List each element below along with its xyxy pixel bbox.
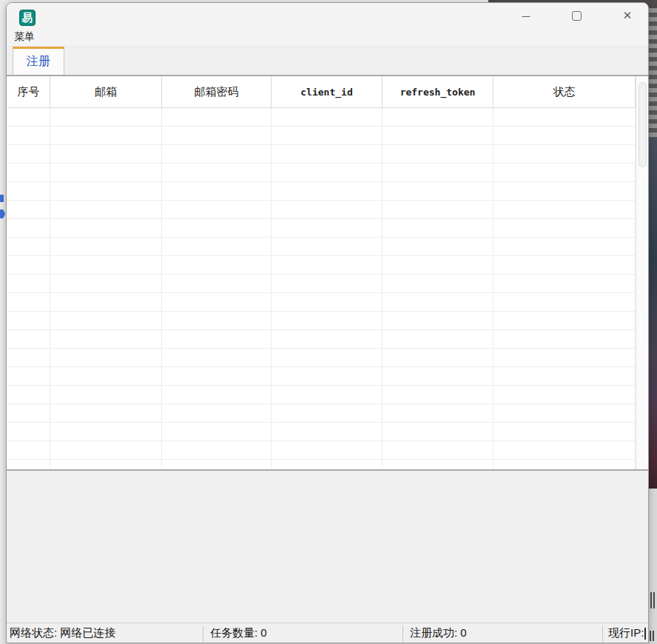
- tab-strip: 注册: [7, 47, 648, 75]
- background-blue-mark: [0, 195, 4, 202]
- status-separator: [402, 625, 403, 642]
- table-row[interactable]: [7, 386, 636, 404]
- maximize-icon: [572, 11, 582, 21]
- background-right-strip: [648, 0, 657, 644]
- minimize-icon: ─: [522, 10, 530, 22]
- app-window: 易 ─ ✕ 菜单 注册 序号邮箱邮箱密码client_idrefresh_tok…: [6, 2, 649, 643]
- background-blue-mark: [0, 209, 5, 218]
- status-bar: 网络状态: 网络已连接 任务数量: 0 注册成功: 0 现行IP:: [7, 623, 649, 643]
- background-segment: [648, 8, 657, 138]
- column-header-3[interactable]: client_id: [272, 76, 383, 107]
- table-row[interactable]: [7, 460, 636, 469]
- table-row[interactable]: [7, 312, 636, 330]
- background-text-fragment: [650, 631, 655, 641]
- app-logo-icon: 易: [19, 10, 36, 26]
- table-header: 序号邮箱邮箱密码client_idrefresh_token状态: [7, 76, 636, 108]
- background-segment: [648, 138, 657, 489]
- table-row[interactable]: [7, 108, 636, 127]
- table-row[interactable]: [7, 127, 636, 145]
- table-row[interactable]: [7, 367, 636, 386]
- status-current-ip-text: 现行IP:: [608, 626, 644, 640]
- results-table: 序号邮箱邮箱密码client_idrefresh_token状态: [7, 75, 649, 471]
- column-header-0[interactable]: 序号: [7, 76, 50, 107]
- control-panel: 注册数量 线程数量 IMAP SSL 服务器地址 开始 结束: [7, 471, 649, 623]
- scrollbar-thumb[interactable]: [639, 82, 647, 167]
- background-segment: [648, 489, 657, 644]
- table-row[interactable]: [7, 164, 636, 182]
- table-row[interactable]: [7, 201, 636, 219]
- maximize-button[interactable]: [559, 5, 593, 26]
- table-row[interactable]: [7, 256, 636, 275]
- menu-item-caidan[interactable]: 菜单: [7, 30, 42, 44]
- status-separator: [203, 625, 203, 642]
- title-bar[interactable]: 易 ─ ✕: [7, 3, 648, 27]
- close-button[interactable]: ✕: [610, 5, 644, 26]
- status-current-ip: 现行IP:: [608, 623, 649, 643]
- table-row[interactable]: [7, 293, 636, 312]
- table-body: [7, 108, 636, 469]
- close-icon: ✕: [623, 9, 633, 22]
- table-row[interactable]: [7, 423, 636, 441]
- column-header-4[interactable]: refresh_token: [383, 76, 493, 107]
- table-row[interactable]: [7, 219, 636, 238]
- table-row[interactable]: [7, 330, 636, 349]
- table-scrollbar[interactable]: [636, 76, 649, 469]
- table-row[interactable]: [7, 441, 636, 460]
- minimize-button[interactable]: ─: [509, 5, 543, 26]
- status-success: 注册成功: 0: [410, 623, 599, 643]
- table-row[interactable]: [7, 349, 636, 367]
- status-separator: [602, 625, 603, 642]
- background-segment: [648, 0, 657, 8]
- menu-bar: 菜单: [7, 27, 648, 47]
- table-row[interactable]: [7, 238, 636, 256]
- clipped-text-fragment: [644, 628, 649, 640]
- table-row[interactable]: [7, 275, 636, 293]
- background-text-fragment: [650, 592, 655, 608]
- status-tasks: 任务数量: 0: [210, 623, 399, 643]
- column-header-1[interactable]: 邮箱: [50, 76, 162, 107]
- column-header-2[interactable]: 邮箱密码: [162, 76, 272, 107]
- status-network: 网络状态: 网络已连接: [10, 623, 202, 643]
- table-row[interactable]: [7, 145, 636, 164]
- table-row[interactable]: [7, 404, 636, 423]
- table-row[interactable]: [7, 182, 636, 201]
- column-header-5[interactable]: 状态: [493, 76, 636, 107]
- tab-register[interactable]: 注册: [13, 47, 64, 75]
